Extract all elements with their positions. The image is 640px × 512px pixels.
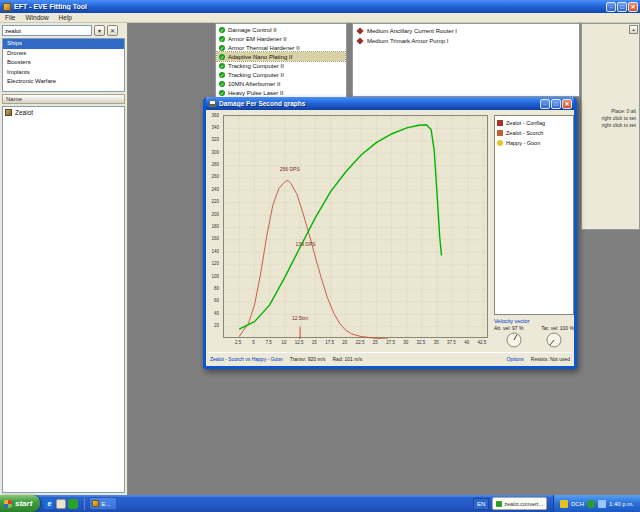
module-row[interactable]: Armor Thermal Hardener II — [217, 43, 345, 52]
ship-name: Zealot — [15, 109, 33, 116]
list-item[interactable]: Zealot — [5, 109, 122, 116]
desktop: EFT - EVE Fitting Tool File Window Help … — [0, 0, 640, 512]
minimize-button[interactable] — [606, 2, 616, 12]
search-input[interactable] — [2, 25, 92, 36]
task-button-label: E... — [101, 501, 110, 507]
module-active-icon — [219, 72, 225, 78]
y-tick-label: 20 — [214, 323, 219, 328]
tree-item-boosters[interactable]: Boosters — [3, 58, 124, 68]
module-name: 10MN Afterburner II — [228, 81, 280, 87]
y-tick-label: 280 — [211, 162, 219, 167]
rigs-panel: Medium Ancillary Current Router I Medium… — [352, 23, 580, 97]
search-dropdown-button[interactable] — [94, 25, 105, 36]
antivirus-tray-icon[interactable] — [587, 500, 595, 508]
windows-flag-icon — [4, 500, 12, 508]
taskbar-widget[interactable]: zealot.convert... — [492, 497, 547, 510]
ship-icon — [5, 109, 12, 116]
y-tick-label: 340 — [211, 125, 219, 130]
module-active-icon — [219, 27, 225, 33]
dialog-maximize-button[interactable] — [551, 99, 561, 109]
browser-quicklaunch-icon[interactable]: e — [44, 499, 54, 509]
module-active-icon — [219, 36, 225, 42]
attacker-velocity-dial[interactable] — [506, 332, 522, 348]
ship-list: Zealot — [2, 106, 125, 493]
effects-line: Place: 0 alt — [585, 108, 636, 115]
tree-item-implants[interactable]: Implants — [3, 68, 124, 78]
rig-name: Medium Trimark Armor Pump I — [367, 38, 448, 44]
media-player-icon[interactable] — [68, 499, 78, 509]
y-tick-label: 60 — [214, 298, 219, 303]
y-tick-label: 40 — [214, 311, 219, 316]
item-browser-panel: Ships Drones Boosters Implants Electroni… — [0, 23, 128, 495]
y-tick-label: 240 — [211, 187, 219, 192]
resists-status: Resists: Not used — [531, 356, 570, 362]
target-velocity-label: Tar. vel: 100 % — [541, 325, 574, 331]
volume-tray-icon[interactable] — [598, 500, 606, 508]
module-row[interactable]: Heavy Pulse Laser II — [217, 88, 345, 97]
transversal-value: Transv: 920 m/s — [290, 356, 326, 362]
module-active-icon — [219, 81, 225, 87]
tree-item-drones[interactable]: Drones — [3, 49, 124, 59]
svg-text:12.5km: 12.5km — [292, 315, 308, 321]
menu-file[interactable]: File — [5, 14, 15, 21]
y-tick-label: 140 — [211, 249, 219, 254]
projected-effects-panel: Place: 0 alt right click to set right cl… — [581, 23, 640, 230]
x-tick-label: 40 — [460, 340, 474, 345]
tree-item-ships[interactable]: Ships — [3, 39, 124, 49]
main-titlebar[interactable]: EFT - EVE Fitting Tool — [0, 0, 640, 13]
dialog-minimize-button[interactable] — [540, 99, 550, 109]
module-row[interactable]: 10MN Afterburner II — [217, 79, 345, 88]
taskbar: start e E... EN zealot.convert... DCH 1:… — [0, 495, 640, 512]
module-row-selected[interactable]: Adaptive Nano Plating II — [217, 52, 345, 61]
legend-item[interactable]: Zealot - Scorch — [497, 128, 571, 138]
legend-item[interactable]: Zealot - Conflag — [497, 118, 571, 128]
module-row[interactable]: Armor EM Hardener II — [217, 34, 345, 43]
maximize-button[interactable] — [617, 2, 627, 12]
taskbar-divider — [84, 498, 85, 510]
search-clear-button[interactable] — [107, 25, 118, 36]
tray-app-icon[interactable] — [560, 500, 568, 508]
graph-combo-selector[interactable]: Zealot - Scorch vs Happy - Goon — [210, 356, 283, 362]
effects-line: right click to set — [585, 122, 636, 129]
menu-window[interactable]: Window — [25, 14, 48, 21]
x-tick-label: 27.5 — [384, 340, 398, 345]
dialog-close-button[interactable] — [562, 99, 572, 109]
dialog-titlebar[interactable]: Damage Per Second graphs — [206, 97, 574, 110]
module-row[interactable]: Damage Control II — [217, 25, 345, 34]
name-column-header[interactable]: Name — [2, 94, 125, 104]
target-velocity-dial[interactable] — [546, 332, 562, 348]
y-tick-label: 220 — [211, 199, 219, 204]
y-tick-label: 180 — [211, 224, 219, 229]
attacker-velocity-label: Att. vel: 97 % — [494, 325, 523, 331]
velocity-vector-header[interactable]: Velocity vector — [494, 318, 574, 324]
module-row[interactable]: Tracking Computer II — [217, 70, 345, 79]
y-tick-label: 260 — [211, 174, 219, 179]
module-name: Armor Thermal Hardener II — [228, 45, 300, 51]
menu-help[interactable]: Help — [59, 14, 72, 21]
eft-task-button[interactable]: E... — [89, 497, 117, 510]
close-button[interactable] — [628, 2, 638, 12]
rig-row[interactable]: Medium Trimark Armor Pump I — [355, 36, 577, 46]
svg-text:256 DPS: 256 DPS — [280, 166, 301, 172]
language-indicator[interactable]: EN — [473, 498, 489, 510]
legend-label: Zealot - Scorch — [506, 130, 543, 136]
window-title: EFT - EVE Fitting Tool — [14, 3, 605, 10]
x-tick-label: 30 — [399, 340, 413, 345]
start-button[interactable]: start — [0, 495, 40, 512]
module-active-icon — [219, 63, 225, 69]
show-desktop-icon[interactable] — [56, 499, 66, 509]
x-tick-label: 5 — [246, 340, 260, 345]
rig-row[interactable]: Medium Ancillary Current Router I — [355, 26, 577, 36]
y-tick-label: 300 — [211, 150, 219, 155]
options-link[interactable]: Options — [507, 356, 524, 362]
dps-chart: 256 DPS139 DPS12.5km — [223, 115, 488, 338]
tree-item-ewar[interactable]: Electronic Warfare — [3, 77, 124, 87]
legend-item[interactable]: Happy - Goon — [497, 138, 571, 148]
module-row[interactable]: Tracking Computer II — [217, 61, 345, 70]
x-tick-label: 17.5 — [323, 340, 337, 345]
module-name: Damage Control II — [228, 27, 277, 33]
scroll-up-button[interactable] — [629, 25, 638, 34]
eft-icon — [92, 500, 99, 507]
x-tick-label: 15 — [307, 340, 321, 345]
dps-graph-dialog: Damage Per Second graphs 204060801001201… — [203, 97, 577, 369]
